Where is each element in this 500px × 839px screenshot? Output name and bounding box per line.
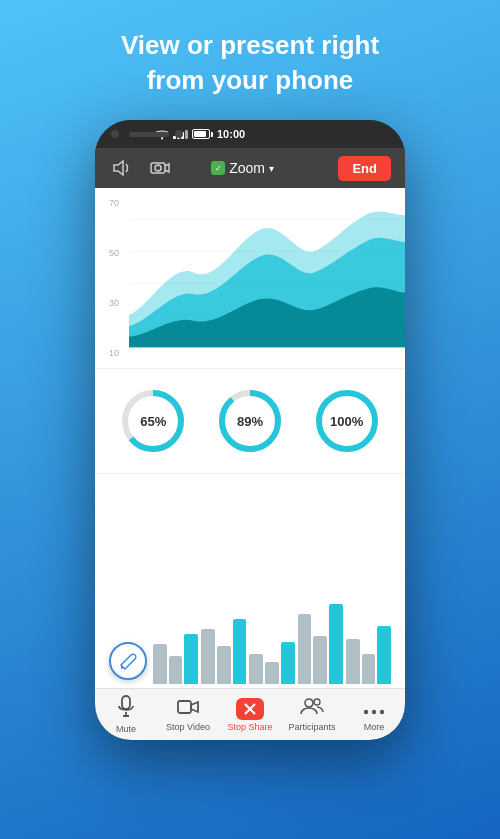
phone-shell: 10:00 ✓ Zoom [95, 120, 405, 740]
more-icon [363, 697, 385, 720]
svg-marker-1 [114, 161, 123, 175]
zoom-caret-icon: ▾ [269, 163, 274, 174]
svg-point-19 [305, 699, 313, 707]
area-chart-svg [129, 198, 405, 358]
donut-label-1: 65% [140, 414, 166, 429]
svg-point-23 [380, 710, 384, 714]
nav-more[interactable]: More [343, 697, 405, 732]
stop-video-label: Stop Video [166, 722, 210, 732]
camera-dot-2 [175, 130, 183, 138]
y-axis-labels: 70 50 30 10 [109, 198, 119, 358]
nav-stop-share[interactable]: Stop Share [219, 698, 281, 732]
zoom-shield-icon: ✓ [211, 161, 225, 175]
donut-container-2: 89% [214, 385, 286, 457]
camera-icon[interactable] [147, 155, 173, 181]
stop-share-label: Stop Share [227, 722, 272, 732]
zoom-badge[interactable]: ✓ Zoom ▾ [211, 160, 274, 176]
battery-icon [192, 129, 213, 139]
nav-stop-video[interactable]: Stop Video [157, 697, 219, 732]
camera-sensors [111, 130, 183, 138]
donut-container-3: 100% [311, 385, 383, 457]
bottom-nav: Mute Stop Video [95, 688, 405, 740]
svg-rect-13 [122, 696, 130, 709]
donut-label-3: 100% [330, 414, 363, 429]
video-icon [177, 697, 199, 720]
mute-label: Mute [116, 724, 136, 734]
speaker-bar [129, 132, 169, 137]
svg-point-3 [155, 165, 161, 171]
svg-rect-16 [178, 701, 191, 713]
donuts-row: 65% 89% [95, 369, 405, 473]
hero-text: View or present rightfrom your phone [91, 28, 409, 98]
app-toolbar: ✓ Zoom ▾ End [95, 148, 405, 188]
camera-dot [111, 130, 119, 138]
donut-container-1: 65% [117, 385, 189, 457]
phone-mockup: 10:00 ✓ Zoom [95, 120, 405, 740]
donut-label-2: 89% [237, 414, 263, 429]
zoom-label: Zoom [229, 160, 265, 176]
stop-share-icon [236, 698, 264, 720]
nav-participants[interactable]: Participants [281, 697, 343, 732]
speaker-icon[interactable] [109, 155, 135, 181]
participants-label: Participants [288, 722, 335, 732]
nav-mute[interactable]: Mute [95, 695, 157, 734]
donut-2: 89% [214, 385, 286, 457]
pencil-fab[interactable] [109, 642, 147, 680]
phone-content: 70 50 30 10 [95, 188, 405, 688]
area-chart-section: 70 50 30 10 [95, 188, 405, 368]
svg-point-21 [364, 710, 368, 714]
phone-top-bar: 10:00 [95, 120, 405, 148]
end-button[interactable]: End [338, 156, 391, 181]
svg-point-20 [314, 699, 320, 705]
hero-section: View or present rightfrom your phone [91, 0, 409, 98]
svg-point-22 [372, 710, 376, 714]
donut-3: 100% [311, 385, 383, 457]
status-time: 10:00 [217, 128, 245, 140]
more-label: More [364, 722, 385, 732]
participants-icon [300, 697, 324, 720]
donut-1: 65% [117, 385, 189, 457]
mic-icon [116, 695, 136, 722]
bar-chart-area [95, 474, 405, 688]
